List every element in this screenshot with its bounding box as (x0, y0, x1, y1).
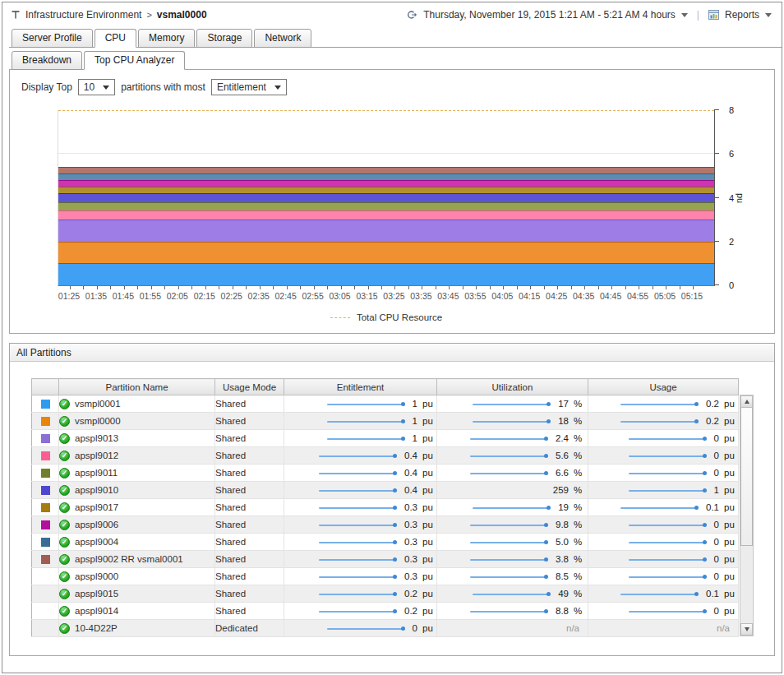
status-ok-icon: ✓ (59, 537, 70, 548)
cell-color-swatch (32, 395, 59, 413)
subtab-breakdown[interactable]: Breakdown (12, 51, 82, 70)
sparkline-line (470, 611, 546, 613)
tab-memory[interactable]: Memory (138, 29, 195, 48)
y-tick-label: 6 (729, 149, 734, 159)
table-row[interactable]: ✓apspl9015Shared0.2pu49%0.1pu (32, 585, 739, 603)
na-value: n/a (717, 623, 738, 633)
table-row[interactable]: ✓apspl9010Shared0.4pu259%1pu (32, 482, 739, 499)
scrollbar-thumb[interactable] (740, 408, 753, 546)
column-header-usage[interactable]: Usage (588, 379, 739, 395)
cell-value: 259 (553, 485, 569, 495)
cell-utilization: 17% (437, 395, 588, 413)
timerange-caret-icon[interactable] (681, 13, 688, 17)
cell-unit: pu (422, 485, 436, 495)
x-tick (205, 286, 206, 289)
cell-partition-name: ✓vsmpl0000 (59, 413, 215, 430)
sparkline-dot (703, 557, 707, 562)
sparkline-line (473, 421, 548, 423)
partition-name-wrap: ✓apspl9017 (59, 502, 214, 513)
sparkline-dot (694, 402, 699, 406)
tab-storage[interactable]: Storage (196, 29, 252, 48)
sparkline (470, 608, 548, 615)
x-axis-label: 04:35 (573, 291, 594, 301)
x-axis-label: 04:25 (546, 291, 567, 301)
reports-caret-icon[interactable] (765, 13, 772, 17)
x-axis-label: 03:25 (383, 291, 404, 301)
cell-unit: pu (724, 520, 738, 529)
table-row[interactable]: ✓vsmpl0000Shared1pu18%0.2pu (32, 413, 739, 430)
stacked-area-chart: 02468pu 01:2501:3501:4501:5502:0502:1502… (10, 110, 774, 331)
chart-band-apspl9011 (58, 202, 714, 211)
x-tick (178, 286, 179, 289)
x-tick (680, 286, 680, 289)
cell-unit: pu (724, 468, 738, 478)
sparkline-dot (393, 488, 397, 492)
sparkline-line (470, 576, 546, 578)
cell-entitlement: 0.3pu (284, 534, 437, 551)
table-row[interactable]: ✓apspl9006Shared0.3pu9.8%0pu (32, 516, 739, 534)
table-scrollbar[interactable] (740, 395, 754, 636)
cell-usage: 0.1pu (588, 585, 739, 603)
column-header-usage-mode[interactable]: Usage Mode (215, 379, 284, 395)
scroll-down-button[interactable] (740, 623, 753, 636)
cell-usage-mode: Shared (215, 516, 284, 534)
table-row[interactable]: ✓apspl9004Shared0.3pu5.0%0pu (32, 534, 739, 551)
cell-usage-mode: Shared (215, 413, 284, 430)
timerange-label[interactable]: Thursday, November 19, 2015 1:21 AM - 5:… (423, 9, 676, 21)
cell-color-swatch (32, 465, 59, 482)
cell-utilization: 5.6% (437, 447, 588, 465)
scrollbar-track[interactable] (740, 546, 753, 623)
table-row[interactable]: ✓vsmpl0001Shared1pu17%0.2pu (32, 395, 739, 413)
column-header-partition-name[interactable]: Partition Name (59, 379, 215, 395)
partition-name-wrap: ✓apspl9010 (59, 485, 214, 496)
chart-plot-area[interactable]: 02468pu (58, 110, 715, 286)
cell-usage: 0pu (588, 603, 739, 620)
table-row[interactable]: ✓apspl9017Shared0.3pu19%0.1pu (32, 499, 739, 516)
table-row[interactable]: ✓apspl9011Shared0.4pu6.6%0pu (32, 465, 739, 482)
y-axis-unit-label: pu (736, 192, 745, 202)
breadcrumb: Infrastructure Environment > vsmal0000 (11, 9, 207, 21)
top-count-select[interactable]: 10 (78, 79, 115, 95)
reports-label[interactable]: Reports (725, 9, 759, 21)
tab-server-profile[interactable]: Server Profile (12, 29, 93, 48)
x-tick (341, 286, 342, 289)
column-header-swatch[interactable] (32, 379, 59, 395)
table-row[interactable]: ✓apspl9014Shared0.2pu8.8%0pu (32, 603, 739, 620)
partition-name-wrap: ✓apspl9004 (59, 537, 214, 548)
tab-cpu[interactable]: CPU (95, 29, 136, 48)
cell-value: 1 (413, 433, 417, 443)
sparkline-line (319, 507, 394, 509)
sparkline (629, 556, 707, 563)
sparkline-dot (393, 575, 397, 579)
drill-up-icon[interactable] (11, 10, 21, 20)
table-row[interactable]: ✓apspl9012Shared0.4pu5.6%0pu (32, 447, 739, 465)
metric-select[interactable]: Entitlement (211, 79, 287, 95)
y-tick (714, 284, 719, 285)
sparkline (620, 418, 699, 425)
top-count-value: 10 (84, 81, 95, 93)
scroll-up-button[interactable] (740, 395, 753, 408)
sparkline-line (470, 473, 546, 474)
breadcrumb-separator: > (146, 10, 151, 20)
table-row[interactable]: ✓apspl9000Shared0.3pu8.5%0pu (32, 568, 739, 585)
table-row[interactable]: ✓apspl9002 RR vsmal0001Shared0.3pu3.8%0p… (32, 551, 739, 568)
sparkline-dot (546, 592, 551, 596)
cell-partition-name: ✓apspl9013 (59, 430, 215, 447)
sparkline-dot (544, 557, 548, 562)
cell-usage: 0pu (588, 568, 739, 585)
partition-name-wrap: ✓10-4D22P (59, 623, 214, 634)
column-header-utilization[interactable]: Utilization (437, 379, 588, 395)
partition-name-text: vsmpl0001 (75, 399, 121, 409)
cell-utilization: 259% (437, 482, 588, 499)
sparkline (319, 469, 397, 477)
tab-network[interactable]: Network (254, 29, 311, 48)
sparkline-dot (703, 540, 707, 544)
table-row[interactable]: ✓10-4D22PDedicated0pun/an/a (32, 620, 739, 637)
column-header-entitlement[interactable]: Entitlement (284, 379, 437, 395)
status-ok-icon: ✓ (59, 399, 70, 409)
subtab-top-cpu-analyzer[interactable]: Top CPU Analyzer (84, 51, 185, 70)
breadcrumb-root[interactable]: Infrastructure Environment (25, 9, 141, 21)
partition-name-wrap: ✓apspl9002 RR vsmal0001 (59, 554, 214, 565)
sparkline (473, 418, 551, 425)
table-row[interactable]: ✓apspl9013Shared1pu2.4%0pu (32, 430, 739, 447)
